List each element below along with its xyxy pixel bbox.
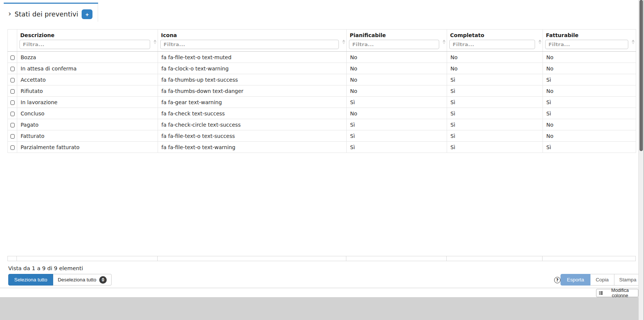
sort-desc-icon[interactable] (342, 42, 345, 44)
sort-desc-icon[interactable] (632, 42, 635, 44)
cell-descrizione: Bozza (17, 52, 158, 63)
cell-icona: fa fa-file-text-o text-warning (158, 142, 347, 153)
filter-input-descrizione[interactable] (19, 40, 150, 49)
cell-completato: Sì (447, 74, 543, 85)
export-button-group: Esporta Copia Stampa (561, 274, 642, 286)
cell-fatturabile: No (543, 85, 636, 97)
column-header-descrizione: Descrizione (17, 30, 158, 52)
row-checkbox-cell (8, 85, 17, 97)
status-table: Descrizione Icona Pianificabile Completa… (7, 29, 636, 153)
row-checkbox-cell (8, 108, 17, 119)
deselect-all-button[interactable]: Deseleziona tutto 0 (53, 274, 112, 286)
cell-pianificabile: No (347, 52, 447, 63)
row-checkbox-cell (8, 74, 17, 85)
filter-input-fatturabile[interactable] (545, 40, 628, 49)
sort-desc-icon[interactable] (443, 42, 446, 44)
table-row: In attesa di confermafa fa-clock-o text-… (8, 63, 636, 74)
sort-desc-icon[interactable] (154, 42, 157, 44)
cell-icona: fa fa-file-text-o text-success (158, 130, 347, 142)
cell-fatturabile: No (543, 63, 636, 74)
cell-descrizione: Accettato (17, 74, 158, 85)
cell-fatturabile: No (543, 52, 636, 63)
row-checkbox-cell (8, 119, 17, 130)
vertical-scrollbar[interactable] (638, 0, 644, 320)
sort-desc-icon[interactable] (538, 42, 541, 44)
edit-columns-button[interactable]: Modifica colonne (596, 289, 638, 297)
filter-input-pianificabile[interactable] (349, 40, 439, 49)
column-header-icona: Icona (158, 30, 347, 52)
cell-pianificabile: Sì (347, 142, 447, 153)
filter-input-completato[interactable] (449, 40, 535, 49)
row-checkbox[interactable] (10, 123, 15, 127)
table-row: Conclusofa fa-check text-successNoSìSì (8, 108, 636, 119)
export-button[interactable]: Esporta (561, 274, 590, 286)
sort-asc-icon[interactable] (538, 40, 541, 42)
footer-cell (17, 256, 158, 261)
cell-pianificabile: No (347, 85, 447, 97)
checkbox-column-header (8, 30, 17, 52)
cell-icona: fa fa-gear text-warning (158, 97, 347, 108)
row-checkbox-cell (8, 52, 17, 63)
print-button[interactable]: Stampa (614, 274, 642, 286)
content-bottom-divider (0, 288, 638, 288)
cell-fatturabile: No (543, 119, 636, 130)
column-header-fatturabile: Fatturabile (543, 30, 636, 52)
footer-cell (543, 256, 636, 261)
cell-pianificabile: No (347, 108, 447, 119)
column-label[interactable]: Icona (158, 30, 346, 38)
sort-icons[interactable] (342, 40, 345, 44)
sort-icons[interactable] (154, 40, 157, 44)
footer-cell (346, 256, 447, 261)
sort-asc-icon[interactable] (632, 40, 635, 42)
footer-cell (447, 256, 543, 261)
row-checkbox[interactable] (10, 145, 15, 150)
column-header-completato: Completato (447, 30, 543, 52)
column-label[interactable]: Fatturabile (543, 30, 636, 38)
footer-cell (158, 256, 346, 261)
sort-asc-icon[interactable] (154, 40, 157, 42)
cell-descrizione: In lavorazione (17, 97, 158, 108)
cell-pianificabile: Sì (347, 97, 447, 108)
copy-button[interactable]: Copia (590, 274, 614, 286)
column-label[interactable]: Completato (447, 30, 543, 38)
header-row: Descrizione Icona Pianificabile Completa… (8, 30, 636, 52)
sort-asc-icon[interactable] (342, 40, 345, 42)
cell-completato: No (447, 52, 543, 63)
row-checkbox-cell (8, 142, 17, 153)
filter-input-icona[interactable] (160, 40, 339, 49)
select-all-button[interactable]: Seleziona tutto (8, 274, 53, 286)
sort-asc-icon[interactable] (443, 40, 446, 42)
row-checkbox[interactable] (10, 67, 15, 71)
sort-icons[interactable] (538, 40, 541, 44)
edit-columns-label: Modifica colonne (605, 288, 635, 298)
row-checkbox-cell (8, 130, 17, 142)
sort-icons[interactable] (443, 40, 446, 44)
page-header: › Stati dei preventivi + (8, 8, 92, 20)
row-checkbox[interactable] (10, 55, 15, 60)
row-checkbox[interactable] (10, 89, 15, 94)
add-button[interactable]: + (82, 9, 92, 19)
cell-icona: fa fa-clock-o text-warning (158, 63, 347, 74)
cell-descrizione: In attesa di conferma (17, 63, 158, 74)
row-checkbox-cell (8, 63, 17, 74)
row-checkbox[interactable] (10, 100, 15, 105)
cell-descrizione: Fatturato (17, 130, 158, 142)
sort-icons[interactable] (632, 40, 635, 44)
column-label[interactable]: Pianificabile (347, 30, 447, 38)
cell-icona: fa fa-check text-success (158, 108, 347, 119)
footer-cell (7, 256, 17, 261)
column-header-pianificabile: Pianificabile (347, 30, 447, 52)
column-label[interactable]: Descrizione (17, 30, 158, 38)
selected-count-badge: 0 (99, 276, 107, 284)
table-row: Parzialmente fatturatofa fa-file-text-o … (8, 142, 636, 153)
table-footer-row (7, 256, 636, 261)
scrollbar-thumb[interactable] (640, 0, 643, 151)
row-checkbox[interactable] (10, 78, 15, 82)
help-icon[interactable]: ? (554, 277, 561, 283)
cell-fatturabile: Sì (543, 108, 636, 119)
table-row: In lavorazionefa fa-gear text-warningSìS… (8, 97, 636, 108)
cell-pianificabile: Sì (347, 119, 447, 130)
row-checkbox[interactable] (10, 134, 15, 139)
selection-button-group: Seleziona tutto Deseleziona tutto 0 (8, 274, 112, 286)
row-checkbox[interactable] (10, 112, 15, 116)
